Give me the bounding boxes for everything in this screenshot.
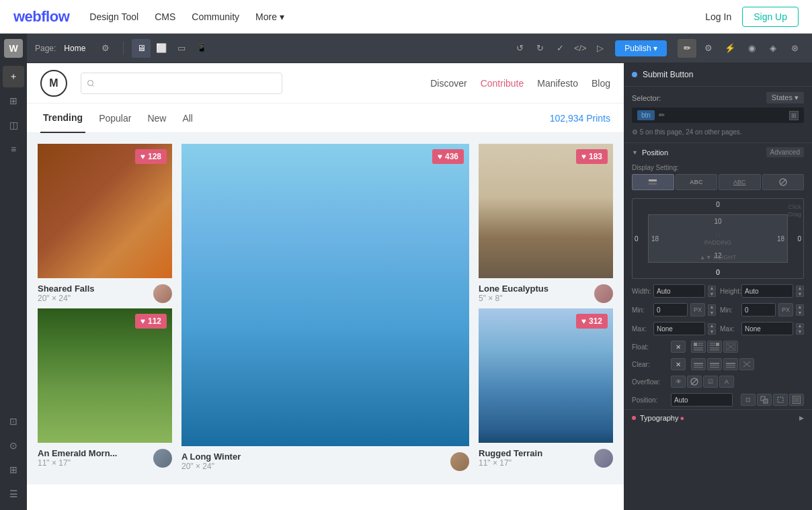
clear-both-btn[interactable]: [723, 358, 738, 370]
export-icon[interactable]: ⊙: [3, 435, 24, 456]
settings-icon[interactable]: ⚙: [699, 39, 718, 58]
position-section-header[interactable]: ▼ Position Advanced: [624, 143, 812, 161]
min-down-btn[interactable]: ▼: [708, 310, 716, 316]
tab-popular[interactable]: Popular: [96, 103, 134, 133]
login-button[interactable]: Log In: [705, 11, 731, 22]
clear-left-btn[interactable]: [691, 358, 706, 370]
overflow-hidden-btn[interactable]: [687, 376, 702, 388]
min-h-unit[interactable]: PX: [778, 303, 793, 316]
max-up-btn[interactable]: ▲: [708, 323, 716, 329]
float-right-btn[interactable]: [707, 341, 722, 353]
page-name[interactable]: Home: [64, 44, 85, 53]
clear-right-btn[interactable]: [707, 358, 722, 370]
bottom-margin-val[interactable]: 0: [716, 269, 720, 276]
position-absolute-btn[interactable]: [773, 394, 788, 406]
width-up-btn[interactable]: ▲: [708, 286, 716, 291]
min-h-up-btn[interactable]: ▲: [796, 304, 804, 310]
display-none-btn[interactable]: [762, 174, 805, 190]
padding-left-val[interactable]: 18: [651, 235, 659, 243]
navigator-icon[interactable]: ⊞: [3, 90, 24, 112]
float-both-btn[interactable]: [723, 341, 738, 353]
undo-icon[interactable]: ↺: [510, 39, 529, 58]
cms-icon[interactable]: ≡: [3, 138, 24, 160]
publish-button[interactable]: Publish ▾: [615, 40, 667, 56]
nav-link-community[interactable]: Community: [192, 11, 239, 22]
tablet-sm-icon[interactable]: ▭: [172, 39, 191, 58]
add-element-icon[interactable]: ＋: [3, 66, 24, 87]
margin-left-val[interactable]: 0: [635, 235, 639, 243]
interactions-icon[interactable]: ⚡: [721, 39, 739, 58]
margin-top-val[interactable]: 0: [716, 201, 720, 208]
min-up-btn[interactable]: ▲: [708, 304, 716, 310]
layers-icon[interactable]: ☰: [3, 483, 24, 505]
min-height-input[interactable]: 0: [741, 303, 776, 316]
grid-icon[interactable]: ⊞: [3, 459, 24, 480]
clear-none2-btn[interactable]: [739, 358, 754, 370]
responsive-icon[interactable]: ⊡: [3, 411, 24, 432]
min-width-input[interactable]: 0: [653, 303, 688, 316]
style-panel-icon[interactable]: ✏: [678, 39, 696, 58]
height-down-btn[interactable]: ▼: [796, 292, 804, 297]
min-h-spinner[interactable]: ▲ ▼: [796, 304, 804, 316]
width-down-btn[interactable]: ▼: [708, 292, 716, 297]
overflow-auto-btn[interactable]: A: [719, 376, 734, 388]
signup-button[interactable]: Sign Up: [742, 7, 799, 27]
advanced-button[interactable]: Advanced: [766, 147, 804, 157]
clear-none-btn[interactable]: ✕: [671, 358, 686, 370]
max-h-spinner[interactable]: ▲ ▼: [796, 323, 804, 335]
states-icon[interactable]: ◉: [742, 39, 761, 58]
states-button[interactable]: States ▾: [766, 92, 804, 103]
height-spinner[interactable]: ▲ ▼: [796, 286, 804, 297]
float-left-btn[interactable]: [691, 341, 706, 353]
list-item[interactable]: ♥ 436 A Long Winter 20" × 24": [181, 144, 469, 474]
page-settings-icon[interactable]: ⚙: [96, 39, 115, 58]
contribute-link[interactable]: Contribute: [481, 78, 524, 89]
symbols-icon[interactable]: ◫: [3, 114, 24, 136]
typography-section-header[interactable]: Typography ● ▶: [624, 409, 812, 426]
min-spinner[interactable]: ▲ ▼: [708, 304, 716, 316]
webflow-logo[interactable]: webflow: [13, 8, 69, 26]
list-item[interactable]: ♥ 112 An Emerald Morn... 11" × 17": [38, 308, 172, 470]
nav-link-design-tool[interactable]: Design Tool: [89, 11, 138, 22]
max-width-input[interactable]: None: [653, 322, 705, 335]
margin-right-val[interactable]: 0: [797, 235, 801, 243]
max-spinner[interactable]: ▲ ▼: [708, 323, 716, 335]
overflow-scroll-btn[interactable]: ☑: [703, 376, 718, 388]
min-unit[interactable]: PX: [690, 303, 705, 316]
selector-bar[interactable]: btn ✏ ⊞: [632, 108, 804, 123]
3d-icon[interactable]: ◈: [764, 39, 782, 58]
tablet-icon[interactable]: ⬜: [152, 39, 171, 58]
redo-icon[interactable]: ↻: [530, 39, 549, 58]
width-input[interactable]: Auto: [653, 284, 705, 298]
typography-expand-icon[interactable]: ▶: [799, 415, 804, 421]
position-static-btn[interactable]: ⊡: [741, 394, 756, 406]
tab-new[interactable]: New: [145, 103, 169, 133]
selector-grid-icon[interactable]: ⊞: [789, 111, 799, 120]
display-inline-block-btn[interactable]: ABC: [676, 174, 718, 190]
display-inline-btn[interactable]: ABC: [719, 174, 761, 190]
nav-link-cms[interactable]: CMS: [155, 11, 175, 22]
tab-trending[interactable]: Trending: [40, 103, 85, 133]
save-icon[interactable]: ✓: [551, 39, 569, 58]
selector-pencil-icon[interactable]: ✏: [659, 111, 665, 120]
mobile-icon[interactable]: 📱: [192, 39, 211, 58]
max-height-input[interactable]: None: [741, 322, 793, 335]
list-item[interactable]: ♥ 183 Lone Eucalyptus 5" × 8": [479, 144, 613, 306]
preview-icon[interactable]: ▷: [591, 39, 610, 58]
padding-top-val[interactable]: 10: [714, 218, 721, 225]
manifesto-link[interactable]: Manifesto: [537, 78, 578, 89]
discover-link[interactable]: Discover: [430, 78, 466, 89]
max-h-up-btn[interactable]: ▲: [796, 323, 804, 329]
position-relative-btn[interactable]: [757, 394, 772, 406]
blog-link[interactable]: Blog: [592, 78, 610, 89]
symbols-panel-icon[interactable]: ⊛: [785, 39, 804, 58]
preview-search-input[interactable]: [81, 73, 282, 94]
overflow-visible-btn[interactable]: 👁: [671, 376, 686, 388]
width-spinner[interactable]: ▲ ▼: [708, 286, 716, 297]
list-item[interactable]: ♥ 312 Rugged Terrain 11" × 17": [479, 308, 613, 470]
height-up-btn[interactable]: ▲: [796, 286, 804, 291]
nav-link-more[interactable]: More ▾: [255, 11, 284, 22]
position-fixed-btn[interactable]: [789, 394, 804, 406]
max-h-down-btn[interactable]: ▼: [796, 329, 804, 335]
min-h-down-btn[interactable]: ▼: [796, 310, 804, 316]
